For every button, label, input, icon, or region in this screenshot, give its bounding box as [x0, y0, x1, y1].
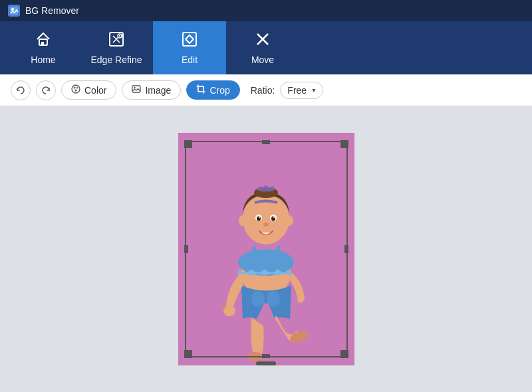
color-label: Color [84, 85, 106, 96]
edit-label: Edit [182, 54, 198, 65]
svg-point-33 [285, 215, 293, 226]
svg-point-26 [271, 217, 275, 221]
svg-point-1 [11, 8, 14, 11]
nav-item-edit[interactable]: Edit [153, 21, 226, 74]
svg-rect-3 [41, 42, 44, 45]
svg-rect-13 [198, 86, 203, 92]
svg-point-30 [248, 225, 257, 231]
edit-icon [181, 31, 198, 50]
app-title: BG Remover [25, 5, 79, 16]
svg-point-7 [72, 85, 80, 93]
navbar: Home Edge Refine Edit M [0, 21, 532, 74]
svg-point-25 [257, 217, 261, 221]
app-icon [8, 5, 20, 17]
svg-point-12 [134, 87, 136, 88]
svg-rect-11 [132, 86, 140, 92]
titlebar: BG Remover [0, 0, 532, 21]
svg-point-27 [259, 217, 260, 218]
svg-point-34 [223, 306, 235, 316]
svg-point-31 [275, 225, 284, 231]
image-button[interactable]: Image [122, 80, 181, 100]
move-label: Move [251, 54, 274, 65]
redo-button[interactable] [36, 80, 56, 100]
crop-button[interactable]: Crop [186, 80, 239, 100]
ratio-select[interactable]: Free 1:1 4:3 16:9 3:2 [280, 82, 323, 99]
image-label: Image [145, 85, 171, 96]
nav-item-home[interactable]: Home [7, 21, 80, 74]
svg-point-32 [239, 215, 247, 226]
image-container [178, 133, 354, 365]
svg-rect-18 [277, 246, 280, 262]
undo-button[interactable] [11, 80, 31, 100]
svg-rect-14 [178, 133, 354, 365]
svg-point-9 [76, 87, 78, 89]
toolbar: Color Image Crop Ratio: Free 1:1 4: [0, 74, 532, 106]
crop-bottom-anchor[interactable] [256, 361, 276, 365]
svg-point-29 [263, 223, 269, 227]
nav-item-move[interactable]: Move [226, 21, 299, 74]
child-figure [178, 133, 354, 365]
svg-point-20 [267, 291, 280, 307]
crop-icon [196, 84, 205, 96]
nav-item-edge-refine[interactable]: Edge Refine [80, 21, 153, 74]
ratio-label: Ratio: [251, 85, 275, 96]
image-icon [132, 84, 141, 96]
color-icon [71, 84, 80, 96]
image-background [178, 133, 354, 365]
svg-rect-17 [253, 246, 256, 262]
edge-refine-label: Edge Refine [90, 54, 142, 65]
svg-point-10 [75, 90, 77, 92]
ratio-wrapper: Free 1:1 4:3 16:9 3:2 [280, 82, 323, 99]
home-icon [35, 31, 52, 50]
svg-point-35 [247, 352, 263, 361]
svg-point-28 [273, 217, 275, 218]
svg-point-8 [74, 87, 76, 89]
canvas-area [0, 106, 532, 392]
home-label: Home [31, 54, 55, 65]
svg-point-19 [251, 291, 265, 307]
color-button[interactable]: Color [61, 80, 116, 100]
move-icon [254, 31, 271, 50]
edge-refine-icon [108, 31, 125, 50]
crop-label: Crop [209, 85, 229, 96]
